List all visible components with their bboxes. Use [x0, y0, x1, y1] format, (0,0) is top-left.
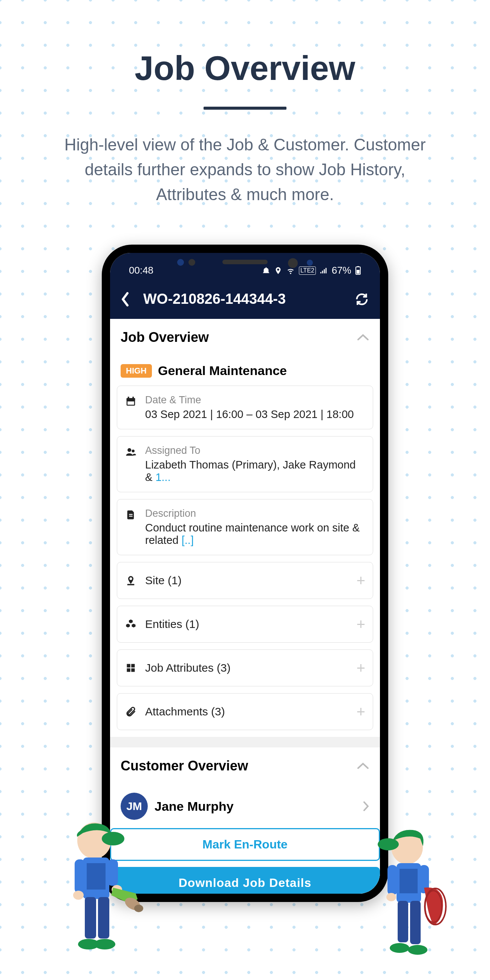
status-indicators: LTE2 67% [262, 265, 361, 276]
plus-icon: + [356, 660, 365, 675]
svg-rect-15 [127, 668, 130, 672]
calendar-icon [125, 394, 137, 407]
assigned-more-link[interactable]: 1... [155, 471, 170, 483]
title-underline [204, 107, 286, 110]
worker-illustration-right [362, 822, 460, 965]
svg-rect-28 [98, 897, 109, 939]
work-order-id: WO-210826-144344-3 [143, 291, 354, 307]
svg-point-26 [134, 905, 143, 912]
job-overview-header[interactable]: Job Overview [110, 319, 380, 356]
svg-point-37 [387, 893, 396, 901]
phone-speaker [223, 260, 267, 264]
date-time-value: 03 Sep 2021 | 16:00 – 03 Sep 2021 | 18:0… [145, 408, 365, 421]
svg-rect-35 [388, 865, 397, 895]
status-time: 00:48 [129, 265, 153, 276]
customer-overview-header[interactable]: Customer Overview [117, 748, 373, 784]
refresh-button[interactable] [354, 292, 369, 307]
document-icon [125, 508, 137, 520]
page-title: Job Overview [0, 49, 490, 88]
description-more-link[interactable]: [..] [182, 534, 194, 546]
entities-label: Entities (1) [145, 618, 348, 631]
status-bar: 00:48 LTE2 67% [110, 253, 380, 279]
customer-row[interactable]: JM Jane Murphy [117, 784, 373, 828]
description-card: Description Conduct routine maintenance … [117, 499, 373, 555]
svg-rect-41 [410, 901, 421, 944]
svg-rect-2 [357, 266, 359, 267]
plus-icon: + [356, 704, 365, 719]
attributes-row[interactable]: Job Attributes (3) + [117, 649, 373, 686]
svg-rect-1 [356, 270, 360, 274]
plus-icon: + [356, 617, 365, 632]
priority-badge: HIGH [121, 364, 152, 378]
job-title-row: HIGH General Maintenance [117, 356, 373, 386]
svg-point-43 [408, 945, 428, 955]
phone-sensor [177, 259, 184, 266]
phone-camera [288, 258, 298, 268]
people-icon [125, 445, 137, 458]
worker-illustration-left [38, 814, 143, 958]
svg-point-18 [102, 832, 124, 845]
back-button[interactable] [121, 292, 136, 307]
assigned-value: Lizabeth Thomas (Primary), Jake Raymond … [145, 459, 365, 484]
svg-point-9 [132, 450, 135, 453]
svg-rect-22 [107, 859, 118, 886]
description-label: Description [145, 508, 365, 519]
customer-overview-title: Customer Overview [121, 758, 248, 774]
site-row[interactable]: Site (1) + [117, 562, 373, 599]
svg-rect-10 [129, 514, 132, 515]
svg-rect-20 [87, 863, 105, 889]
svg-rect-13 [127, 664, 130, 668]
date-time-label: Date & Time [145, 394, 365, 406]
app-bar: WO-210826-144344-3 [110, 279, 380, 319]
assigned-to-card: Assigned To Lizabeth Thomas (Primary), J… [117, 436, 373, 492]
location-icon [274, 266, 282, 275]
customer-name: Jane Murphy [154, 799, 356, 814]
svg-rect-21 [75, 859, 85, 893]
assigned-label: Assigned To [145, 445, 365, 457]
job-title: General Maintenance [158, 363, 287, 378]
description-value: Conduct routine maintenance work on site… [145, 522, 365, 547]
svg-rect-40 [398, 901, 408, 942]
paperclip-icon [125, 706, 137, 717]
svg-point-30 [94, 939, 115, 950]
battery-percent: 67% [332, 265, 351, 276]
svg-rect-11 [129, 515, 132, 516]
svg-rect-14 [131, 664, 135, 668]
svg-rect-27 [85, 897, 96, 939]
pin-icon [125, 574, 137, 587]
phone-sensor [307, 260, 313, 266]
svg-point-42 [390, 943, 409, 953]
signal-icon [320, 266, 328, 275]
cubes-icon [125, 619, 137, 630]
mark-enroute-button[interactable]: Mark En-Route [110, 828, 380, 861]
chevron-up-icon [356, 762, 369, 770]
plus-icon: + [356, 573, 365, 588]
phone-sensor [188, 259, 195, 266]
svg-rect-7 [127, 401, 134, 405]
section-divider [110, 737, 380, 748]
svg-point-32 [378, 838, 399, 850]
attributes-label: Job Attributes (3) [145, 662, 348, 674]
svg-rect-12 [127, 584, 135, 585]
entities-row[interactable]: Entities (1) + [117, 606, 373, 643]
grid-icon [125, 663, 137, 673]
battery-icon [355, 266, 361, 275]
svg-rect-16 [131, 668, 135, 672]
alarm-icon [262, 266, 270, 275]
attachments-label: Attachments (3) [145, 705, 348, 718]
download-job-details-button[interactable]: Download Job Details [110, 867, 380, 894]
svg-point-8 [127, 448, 131, 452]
chevron-up-icon [356, 334, 369, 341]
site-label: Site (1) [145, 574, 348, 587]
job-overview-title: Job Overview [121, 329, 209, 345]
page-subtitle: High-level view of the Job & Customer. C… [57, 132, 433, 207]
lte-label: LTE2 [299, 266, 316, 275]
chevron-right-icon [363, 800, 369, 812]
attachments-row[interactable]: Attachments (3) + [117, 693, 373, 730]
phone-frame: 00:48 LTE2 67% [102, 245, 388, 902]
date-time-card: Date & Time 03 Sep 2021 | 16:00 – 03 Sep… [117, 386, 373, 429]
svg-point-24 [73, 891, 84, 900]
svg-rect-34 [399, 869, 418, 893]
